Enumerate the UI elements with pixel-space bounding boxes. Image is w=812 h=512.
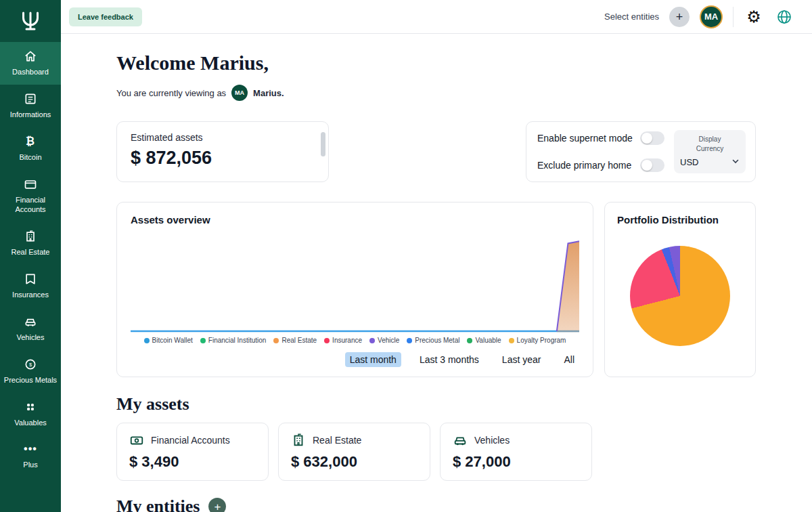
sidebar-item-vehicles[interactable]: Vehicles xyxy=(0,307,61,350)
sidebar-item-insurances[interactable]: Insurances xyxy=(0,265,61,307)
legend-dot xyxy=(144,338,150,343)
assets-overview-title: Assets overview xyxy=(131,214,579,226)
sidebar-item-label: Valuables xyxy=(14,418,47,428)
legend-label: Financial Institution xyxy=(208,337,267,344)
sidebar-item-label: Real Estate xyxy=(12,247,50,257)
legend-item-bitcoin-wallet[interactable]: Bitcoin Wallet xyxy=(144,337,193,344)
asset-card-value: $ 27,000 xyxy=(453,453,579,471)
sidebar-item-informations[interactable]: Informations xyxy=(0,85,61,127)
sidebar-item-plus[interactable]: •••Plus xyxy=(0,435,61,477)
legend-dot xyxy=(369,338,375,343)
asset-card-financial-accounts[interactable]: Financial Accounts$ 3,490 xyxy=(116,423,269,481)
sidebar-item-label: Precious Metals xyxy=(4,375,57,385)
sidebar-item-precious-metals[interactable]: $Precious Metals xyxy=(0,350,61,393)
estimated-assets-card: Estimated assets $ 872,056 xyxy=(116,121,329,182)
viewing-as-row: You are currently viewing as MA Marius. xyxy=(116,85,756,101)
toggles-column: Enable supernet mode Exclude primary hom… xyxy=(537,130,674,173)
legend-label: Vehicle xyxy=(378,337,399,344)
display-settings-card: Enable supernet mode Exclude primary hom… xyxy=(526,121,756,182)
asset-card-header: Real Estate xyxy=(291,433,418,448)
legend-dot xyxy=(407,338,412,343)
asset-card-header: Financial Accounts xyxy=(129,433,256,448)
legend-item-financial-institution[interactable]: Financial Institution xyxy=(200,337,267,344)
range-last-3-months[interactable]: Last 3 months xyxy=(415,352,484,367)
money-icon xyxy=(129,433,144,448)
legend-item-insurance[interactable]: Insurance xyxy=(324,337,362,344)
asset-card-header: Vehicles xyxy=(453,433,579,448)
exclude-home-label: Exclude primary home xyxy=(537,160,631,171)
legend-item-loyalty-program[interactable]: Loyalty Program xyxy=(509,337,566,344)
estimated-assets-label: Estimated assets xyxy=(131,132,315,143)
building-icon xyxy=(24,230,37,243)
asset-card-label: Real Estate xyxy=(313,435,361,446)
info-card-icon xyxy=(24,92,37,106)
my-entities-heading: My entities xyxy=(116,498,200,512)
exclude-primary-home-toggle[interactable] xyxy=(640,158,664,172)
sidebar-item-label: Vehicles xyxy=(17,333,45,343)
gear-icon: ⚙ xyxy=(746,9,761,25)
asset-card-label: Vehicles xyxy=(474,435,510,446)
home-icon xyxy=(24,49,37,63)
sidebar-item-dashboard[interactable]: Dashboard xyxy=(0,42,61,85)
range-all[interactable]: All xyxy=(559,352,579,367)
currency-value: USD xyxy=(680,157,698,167)
toggle-knob xyxy=(641,160,652,171)
topbar: Leave feedback Select entities + MA ⚙ xyxy=(61,0,812,34)
exclude-home-row: Exclude primary home xyxy=(537,158,664,172)
legend-item-vehicle[interactable]: Vehicle xyxy=(369,337,399,344)
viewing-user-name: Marius. xyxy=(253,88,284,98)
sidebar-item-valuables[interactable]: Valuables xyxy=(0,393,61,435)
asset-card-vehicles[interactable]: Vehicles$ 27,000 xyxy=(440,423,592,481)
supernet-toggle[interactable] xyxy=(640,131,664,145)
my-assets-heading: My assets xyxy=(116,396,756,413)
sidebar-item-bitcoin[interactable]: ₿Bitcoin xyxy=(0,127,61,170)
sidebar-nav: DashboardInformations₿BitcoinFinancial A… xyxy=(0,42,61,477)
leave-feedback-button[interactable]: Leave feedback xyxy=(69,7,142,26)
range-last-month[interactable]: Last month xyxy=(345,352,401,367)
display-currency-label: Display Currency xyxy=(689,135,731,153)
supernet-row: Enable supernet mode xyxy=(537,131,664,145)
ellipsis-icon: ••• xyxy=(24,442,37,456)
assets-overview-card: Assets overview Bitcoin WalletFinancial … xyxy=(116,202,593,377)
welcome-heading: Welcome Marius, xyxy=(116,53,756,73)
portfolio-distribution-title: Portfolio Distribution xyxy=(617,214,743,226)
currency-value-row: USD xyxy=(680,156,740,168)
user-avatar[interactable]: MA xyxy=(700,5,723,28)
range-last-year[interactable]: Last year xyxy=(497,352,546,367)
select-entities-dropdown[interactable]: Select entities xyxy=(604,12,659,22)
legend-dot xyxy=(509,338,514,343)
globe-icon xyxy=(776,9,792,25)
portfolio-pie-chart xyxy=(630,246,730,346)
sidebar-item-label: Plus xyxy=(23,460,37,470)
settings-button[interactable]: ⚙ xyxy=(744,7,764,27)
legend-item-real-estate[interactable]: Real Estate xyxy=(273,337,317,344)
asset-card-value: $ 3,490 xyxy=(129,453,256,471)
legend-item-valuable[interactable]: Valuable xyxy=(467,337,501,344)
credit-card-icon xyxy=(24,177,37,191)
app-logo[interactable] xyxy=(0,0,61,42)
estimated-assets-value: $ 872,056 xyxy=(131,148,315,169)
add-entity-button[interactable]: + xyxy=(669,7,690,27)
sidebar-item-label: Informations xyxy=(10,110,51,120)
sidebar-item-financial-accounts[interactable]: Financial Accounts xyxy=(0,170,61,223)
sidebar-item-label: Insurances xyxy=(12,290,49,300)
toggle-knob xyxy=(641,133,652,144)
topbar-divider xyxy=(733,7,734,27)
charts-row: Assets overview Bitcoin WalletFinancial … xyxy=(116,202,756,377)
car-icon xyxy=(24,315,37,328)
legend-dot xyxy=(273,338,279,343)
time-range-selector: Last monthLast 3 monthsLast yearAll xyxy=(131,352,579,367)
display-currency-select[interactable]: Display Currency USD xyxy=(674,130,746,173)
scrollbar-thumb[interactable] xyxy=(321,132,325,156)
legend-label: Real Estate xyxy=(281,337,317,344)
asset-card-real-estate[interactable]: Real Estate$ 632,000 xyxy=(278,423,430,481)
sidebar-item-real-estate[interactable]: Real Estate xyxy=(0,222,61,265)
legend-item-precious-metal[interactable]: Precious Metal xyxy=(407,337,459,344)
sidebar-item-label: Bitcoin xyxy=(19,152,41,163)
topbar-right: Select entities + MA ⚙ xyxy=(604,5,794,28)
add-entity-plus-button[interactable]: + xyxy=(208,498,226,512)
language-button[interactable] xyxy=(774,7,794,27)
viewing-avatar: MA xyxy=(231,85,248,101)
asset-card-value: $ 632,000 xyxy=(291,453,418,471)
building-icon xyxy=(291,433,306,448)
